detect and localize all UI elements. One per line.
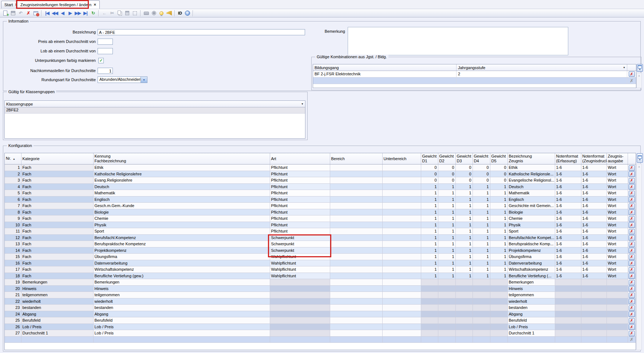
cell-nfe[interactable]: 1-6 xyxy=(555,203,581,209)
cell-bereich[interactable] xyxy=(330,305,382,311)
cell-d5[interactable]: 1 xyxy=(490,190,507,197)
cell-kennung[interactable]: Ethik xyxy=(93,164,270,171)
cell-bez[interactable]: Durchschnitt 1 xyxy=(507,330,555,337)
cell-d5[interactable]: 1 xyxy=(490,222,507,228)
delete-row-button[interactable]: ✗ xyxy=(629,171,635,177)
cell-nfz[interactable]: 1-6 xyxy=(581,183,607,190)
column-header-nr[interactable]: Nr.▲ xyxy=(5,153,21,164)
table-row[interactable]: 27Durchschnitt 1Lob / PreisDurchschnitt … xyxy=(5,330,636,337)
cell-ausgabe[interactable]: Wort xyxy=(607,241,628,247)
delete-row-button[interactable]: ✗ xyxy=(629,235,635,241)
cell-nfz[interactable]: 1-6 xyxy=(581,260,607,266)
cell-ausgabe[interactable]: Wort xyxy=(607,203,628,209)
grid-menu-button[interactable]: ▼ xyxy=(637,64,643,72)
delete-row-button[interactable]: ✗ xyxy=(629,178,635,183)
cell-ausgabe[interactable]: Wort xyxy=(607,254,628,260)
cell-unterbereich[interactable] xyxy=(382,324,421,330)
cell-d3[interactable]: 1 xyxy=(455,247,473,254)
konfiguration-scrollbar[interactable]: ▲ xyxy=(636,164,642,350)
table-row[interactable]: 26Lob / PreisLob / PreisLob / Preis✗ xyxy=(5,324,636,330)
cell-unterbereich[interactable] xyxy=(382,298,421,305)
cell-bez[interactable]: Deutsch xyxy=(507,183,555,190)
cell-nfz[interactable]: 1-6 xyxy=(581,196,607,203)
cell-nfz[interactable]: 1-6 xyxy=(581,234,607,241)
cell-d5[interactable]: 1 xyxy=(490,241,507,247)
delete-row-button[interactable]: ✗ xyxy=(629,184,635,190)
cell-d4[interactable]: 0 xyxy=(473,171,490,177)
delete-row-button[interactable]: ✗ xyxy=(629,305,635,311)
cell-nfe[interactable]: 1-6 xyxy=(555,247,581,254)
cell-nfe[interactable]: 1-6 xyxy=(555,196,581,203)
delete-row-button[interactable]: ✗ xyxy=(629,229,635,234)
delete-row-button[interactable]: ✗ xyxy=(629,331,635,336)
cell-unterbereich[interactable] xyxy=(382,317,421,324)
cell-unterbereich[interactable] xyxy=(382,279,421,286)
cell-d1[interactable]: 1 xyxy=(421,241,438,247)
cell-d4[interactable]: 1 xyxy=(473,190,490,197)
table-row[interactable]: 22wiederholtwiederholtwiederholt✗ xyxy=(5,298,636,305)
cell-d4[interactable]: 0 xyxy=(473,164,490,171)
select-icon[interactable] xyxy=(131,9,139,17)
cell-d4[interactable]: 1 xyxy=(473,273,490,279)
cell-kennung[interactable]: Hinweis xyxy=(93,285,270,292)
column-header-nfe[interactable]: Notenformat (Erfassung) xyxy=(555,153,581,164)
delete-row-button[interactable]: ✗ xyxy=(629,261,635,266)
cell-jahrgangsstufe[interactable] xyxy=(457,78,627,84)
cell-bereich[interactable] xyxy=(330,311,382,317)
copy-icon[interactable] xyxy=(116,9,123,17)
cell-bereich[interactable] xyxy=(330,298,382,305)
tab-zeugniseinstellungen[interactable]: Zeugniseinstellungen festlegen / ändern … xyxy=(17,0,100,9)
column-header-nfz[interactable]: Notenformat (Zeugnisdruck) xyxy=(581,153,607,164)
cell-d3[interactable]: 1 xyxy=(455,222,473,228)
new-record-icon[interactable] xyxy=(1,9,9,17)
paste-icon[interactable] xyxy=(123,9,131,17)
cell-nfz[interactable]: 1-6 xyxy=(581,177,607,184)
table-row[interactable]: 16FachDatenverarbeitungWahlpflichtunt111… xyxy=(5,260,636,266)
delete-row-button[interactable]: ✗ xyxy=(629,165,635,171)
cell-unterbereich[interactable] xyxy=(382,241,421,247)
cell-d2[interactable]: 0 xyxy=(438,177,455,184)
fast-prev-icon[interactable]: ◀◀ xyxy=(51,9,59,17)
delete-row-button[interactable]: ✗ xyxy=(629,248,635,253)
cell-d3[interactable]: 1 xyxy=(455,228,473,235)
cell-nfe[interactable]: 1-6 xyxy=(555,234,581,241)
cell-unterbereich[interactable] xyxy=(382,222,421,228)
cut-icon[interactable]: ✂ xyxy=(108,9,116,17)
cell-bereich[interactable] xyxy=(330,215,382,222)
kombinationen-scrollbar[interactable]: ▲ xyxy=(636,73,642,88)
column-header-kennung[interactable]: Kennung Fachbezeichnung xyxy=(93,153,270,164)
column-header-d3[interactable]: Gewicht D3 xyxy=(455,153,473,164)
cell-d4[interactable]: 1 xyxy=(473,215,490,222)
cell-bildungsgang[interactable] xyxy=(313,78,457,84)
cell-ausgabe[interactable]: Wort xyxy=(607,247,628,254)
table-row[interactable]: 17FachWirtschaftskompetenzWahlpflichtunt… xyxy=(5,266,636,273)
cell-unterbereich[interactable] xyxy=(382,266,421,273)
column-header-d1[interactable]: Gewicht D1 xyxy=(421,153,438,164)
chevron-down-icon[interactable]: ▼ xyxy=(301,103,304,105)
cell-bez[interactable]: Bemerkungen xyxy=(507,279,555,286)
cell-nfe[interactable]: 1-6 xyxy=(555,260,581,266)
delete-row-button[interactable]: ✗ xyxy=(629,222,635,228)
cell-bez[interactable]: Berufliche Vertiefung (... xyxy=(507,273,555,279)
cell-art[interactable]: Schwerpunkt xyxy=(270,247,330,254)
delete-row-button[interactable]: ✗ xyxy=(629,210,635,215)
cell-d1[interactable] xyxy=(421,336,438,342)
cell-d4[interactable] xyxy=(473,336,490,342)
cell-d4[interactable]: 1 xyxy=(473,228,490,235)
table-row[interactable]: 10FachPhysikPflichtunt11111Physik1-61-6W… xyxy=(5,222,636,228)
cell-nfe[interactable]: 1-6 xyxy=(555,228,581,235)
cell-art[interactable]: Pflichtunt xyxy=(270,228,330,235)
table-row[interactable]: 13FachBerufspraktische KompetenzSchwerpu… xyxy=(5,241,636,247)
cell-kennung[interactable]: Wirtschaftskompetenz xyxy=(93,266,270,273)
cell-kennung[interactable]: Mathematik xyxy=(93,190,270,197)
cell-kennung[interactable]: Deutsch xyxy=(93,183,270,190)
cell-bez[interactable]: Projektkompetenz xyxy=(507,247,555,254)
cell-d3[interactable]: 1 xyxy=(455,183,473,190)
cell-nfe[interactable]: 1-6 xyxy=(555,177,581,184)
cell-d5[interactable]: 1 xyxy=(490,196,507,203)
cell-ausgabe[interactable]: Wort xyxy=(607,190,628,197)
cell-nfe[interactable]: 1-6 xyxy=(555,183,581,190)
column-header-d4[interactable]: Gewicht D4 xyxy=(473,153,490,164)
table-row[interactable]: 25BerufsfeldBerufsfeldBerufsfeld✗ xyxy=(5,317,636,324)
cell-unterbereich[interactable] xyxy=(382,292,421,298)
